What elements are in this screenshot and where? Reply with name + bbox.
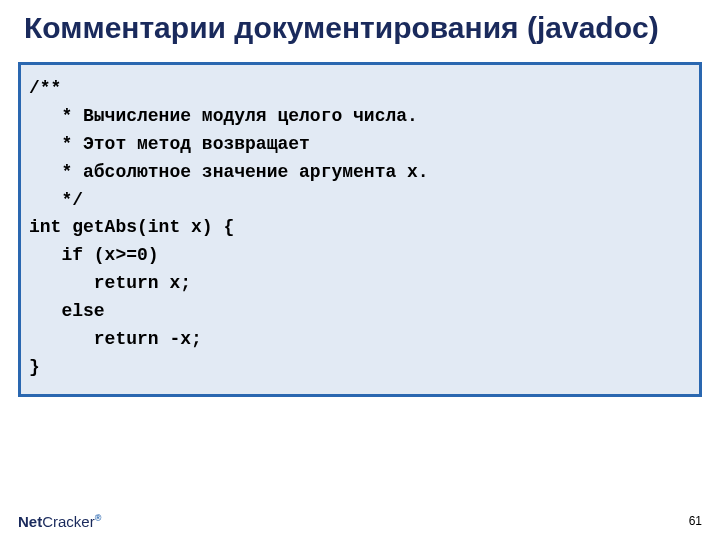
code-block: /** * Вычисление модуля целого числа. * …	[18, 62, 702, 397]
code-content: /** * Вычисление модуля целого числа. * …	[29, 75, 691, 382]
page-number: 61	[689, 514, 702, 528]
logo-part1: Net	[18, 513, 42, 530]
logo-part2: Cracker	[42, 513, 95, 530]
footer: NetCracker® 61	[0, 508, 720, 534]
slide-title: Комментарии документирования (javadoc)	[0, 0, 720, 52]
logo: NetCracker®	[18, 513, 101, 530]
logo-reg: ®	[95, 513, 102, 523]
